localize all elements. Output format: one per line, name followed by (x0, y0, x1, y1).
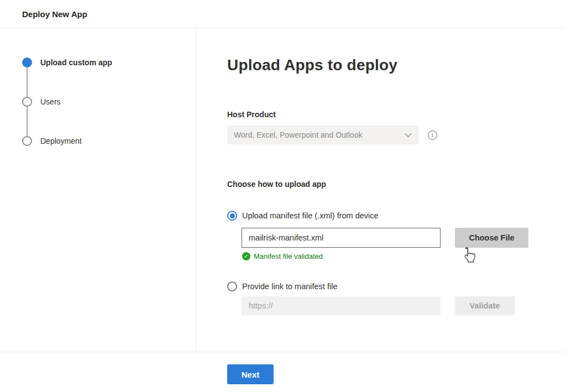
validation-status: ✓ Manifest file validated (242, 252, 566, 260)
validate-button[interactable]: Validate (455, 296, 515, 315)
manifest-filename-input[interactable] (242, 228, 441, 248)
choose-file-button[interactable]: Choose File (455, 228, 528, 248)
page-title: Upload Apps to deploy (227, 56, 566, 75)
host-product-dropdown[interactable]: Word, Excel, Powerpoint and Outlook (227, 126, 418, 144)
chevron-down-icon (405, 133, 412, 138)
radio-option-label: Provide link to manifest file (242, 282, 337, 291)
step-label: Users (40, 97, 61, 106)
radio-option-provide-link[interactable]: Provide link to manifest file (227, 281, 566, 291)
dialog-header: Deploy New App (0, 0, 566, 28)
dialog-footer: Next (0, 352, 566, 384)
step-connector-line (27, 107, 28, 136)
wizard-stepper: Upload custom app Users Deployment (0, 28, 196, 352)
step-label: Upload custom app (40, 58, 112, 67)
radio-option-label: Upload manifest file (.xml) from device (242, 211, 379, 220)
info-icon[interactable]: i (428, 130, 437, 140)
check-circle-icon: ✓ (242, 252, 250, 260)
host-product-section: Host Product Word, Excel, Powerpoint and… (227, 110, 566, 144)
step-upcoming-icon (22, 97, 32, 107)
host-product-label: Host Product (227, 110, 566, 119)
stepper-step-upload-custom-app[interactable]: Upload custom app (22, 58, 196, 67)
step-label: Deployment (40, 137, 82, 145)
upload-method-label: Choose how to upload app (227, 180, 566, 189)
dialog-body: Upload custom app Users Deployment Uploa… (0, 28, 566, 352)
validation-status-text: Manifest file validated (254, 252, 323, 260)
stepper-step-users[interactable]: Users (22, 97, 196, 107)
step-connector-line (27, 67, 28, 97)
dialog-title: Deploy New App (22, 9, 87, 19)
manifest-url-input[interactable] (242, 296, 441, 315)
radio-option-upload-manifest[interactable]: Upload manifest file (.xml) from device (227, 211, 566, 221)
step-active-icon (22, 58, 32, 67)
upload-method-section: Choose how to upload app Upload manifest… (227, 180, 566, 315)
radio-selected-icon[interactable] (227, 211, 237, 221)
radio-unselected-icon[interactable] (227, 281, 237, 291)
stepper-step-deployment[interactable]: Deployment (22, 136, 196, 146)
next-button[interactable]: Next (227, 364, 274, 384)
host-product-selected-value: Word, Excel, Powerpoint and Outlook (234, 130, 400, 139)
step-upcoming-icon (22, 136, 32, 146)
upload-apps-panel: Upload Apps to deploy Host Product Word,… (196, 28, 566, 352)
